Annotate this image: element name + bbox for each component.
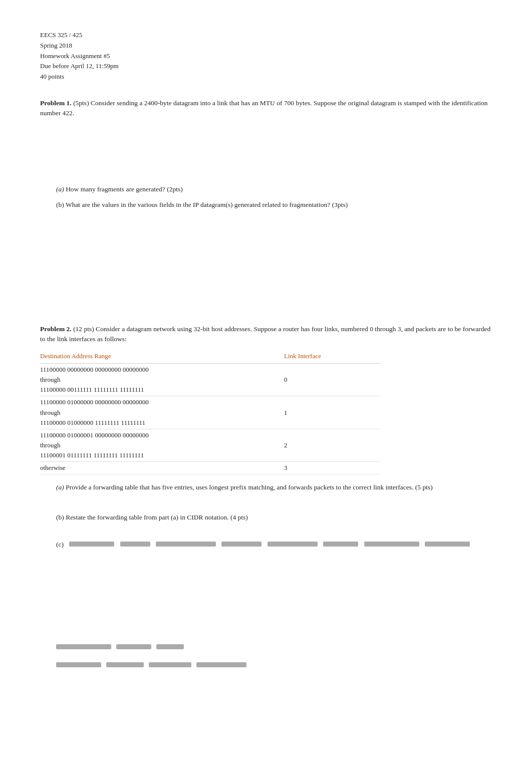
bottom-bar-1 [56,644,111,649]
spacer1 [40,124,492,184]
redacted-bar-1 [69,542,114,547]
spacer2 [40,224,492,324]
problem2-block: Problem 2. (12 pts) Consider a datagram … [40,324,492,550]
forwarding-table: Destination Address Range Link Interface… [40,350,381,474]
bottom-row1 [56,644,492,649]
problem1-sub-b-text: What are the values in the various field… [66,201,348,208]
redacted-bar-3 [156,542,216,547]
spacer5 [40,564,492,624]
problem1-block: Problem 1. (5pts) Consider sending a 240… [40,98,492,210]
header-line4: Due before April 12, 11:59pm [40,61,492,72]
table-row: 11100000 01000001 00000000 00000000 thro… [40,429,381,461]
header-line1: EECS 325 / 425 [40,30,492,41]
problem2-label: Problem 2. [40,325,72,333]
redacted-bar-7 [364,542,419,547]
table-cell-interface-2: 2 [204,429,381,461]
table-header-row: Destination Address Range Link Interface [40,350,381,363]
bottom-row2 [56,662,492,667]
bottom-bar-7 [196,662,246,667]
table-cell-range-1: 11100000 01000000 00000000 00000000 thro… [40,396,204,429]
spacer4 [40,528,492,540]
problem2-sub-a: (a) Provide a forwarding table that has … [56,482,492,492]
bottom-bar-6 [149,662,191,667]
problem2-sub-a-label: (a) [56,483,64,491]
table-row: 11100000 01000000 00000000 00000000 thro… [40,396,381,429]
problem2-sub-c: (c) [56,540,492,550]
problem1-text: Problem 1. (5pts) Consider sending a 240… [40,98,492,119]
redacted-bar-5 [268,542,318,547]
bottom-bar-5 [106,662,144,667]
bottom-redacted-section [40,644,492,667]
header-line2: Spring 2018 [40,41,492,51]
problem1-sub-a-text: How many fragments are generated? (2pts) [66,185,183,193]
problem1-sub-b-label: (b) [56,201,64,208]
table-cell-interface-0: 0 [204,363,381,396]
problem1-sub-a: (a) How many fragments are generated? (2… [56,184,492,194]
problem1-sub-b: (b) What are the values in the various f… [56,200,492,210]
problem2-sub-b-text: Restate the forwarding table from part (… [66,513,248,521]
table-cell-interface-1: 1 [204,396,381,429]
header-line3: Homework Assignment #5 [40,51,492,62]
redacted-bar-6 [323,542,358,547]
table-cell-interface-3: 3 [204,462,381,474]
problem2-sub-a-text: Provide a forwarding table that has five… [66,483,433,491]
spacer3 [40,497,492,512]
redacted-bar-2 [120,542,150,547]
table-cell-range-0: 11100000 00000000 00000000 00000000 thro… [40,363,204,396]
problem1-sub-a-label: (a) [56,185,64,193]
table-row: otherwise 3 [40,462,381,474]
problem1-label: Problem 1. [40,99,72,107]
problem2-sub-c-label: (c) [56,541,64,548]
problem2-description: (12 pts) Consider a datagram network usi… [40,325,490,343]
problem2-text: Problem 2. (12 pts) Consider a datagram … [40,324,492,345]
problem2-sub-b: (b) Restate the forwarding table from pa… [56,512,492,523]
table-row: 11100000 00000000 00000000 00000000 thro… [40,363,381,396]
header-line5: 40 points [40,72,492,82]
table-cell-range-otherwise: otherwise [40,462,204,474]
redacted-bar-4 [221,542,261,547]
bottom-bar-4 [56,662,101,667]
redacted-bar-8 [425,542,470,547]
bottom-bar-2 [116,644,151,649]
col1-header: Destination Address Range [40,350,204,363]
problem2-sub-c-redacted [69,540,470,550]
table-cell-range-2: 11100000 01000001 00000000 00000000 thro… [40,429,204,461]
problem2-sub-b-label: (b) [56,513,64,521]
col2-header: Link Interface [204,350,381,363]
header-block: EECS 325 / 425 Spring 2018 Homework Assi… [40,30,492,82]
problem1-description: (5pts) Consider sending a 2400-byte data… [40,99,488,117]
bottom-bar-3 [156,644,184,649]
